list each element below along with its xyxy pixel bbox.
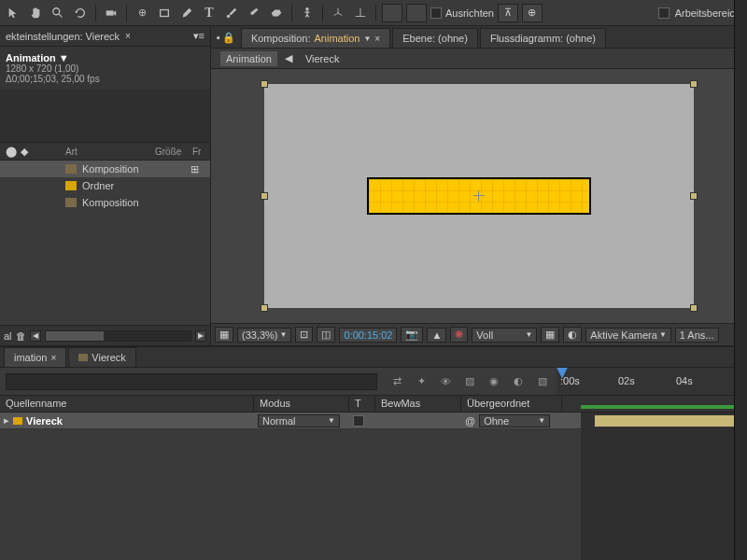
scroll-left-icon[interactable]: ◀ xyxy=(30,330,41,342)
views-dropdown[interactable]: 1 Ans... xyxy=(675,328,719,343)
track-area[interactable] xyxy=(581,413,747,560)
handle-l[interactable] xyxy=(261,192,268,200)
col-parent[interactable]: Übergeordnet xyxy=(461,396,562,412)
selection-tool-icon[interactable] xyxy=(4,4,22,22)
shape-viereck[interactable] xyxy=(367,177,591,215)
timeline-panel: imation× Viereck ⇄ ✦ 👁 ▨ ◉ ◐ ▧ :00s 02s … xyxy=(0,345,747,560)
timecode[interactable]: 0:00:15:02 xyxy=(339,328,397,343)
handle-bl[interactable] xyxy=(261,304,268,312)
guides-icon[interactable]: ▦ xyxy=(541,327,559,343)
zoom-dropdown[interactable]: (33,3%)▼ xyxy=(237,328,291,343)
panel-close-icon[interactable]: × xyxy=(125,31,131,41)
flowchart-icon[interactable]: ⊞ xyxy=(190,163,199,175)
align-checkbox[interactable] xyxy=(430,7,442,19)
col-trkmat[interactable]: BewMas xyxy=(375,396,461,412)
anchor-tool-icon[interactable]: ⊕ xyxy=(133,4,151,22)
timeline-columns-header: Quellenname Modus T BewMas Übergeordnet xyxy=(0,396,747,413)
snap-b-icon[interactable]: ⊕ xyxy=(522,4,543,22)
twirl-icon[interactable]: ▸ xyxy=(4,414,9,427)
col-source[interactable]: Quellenname xyxy=(0,396,254,412)
close-icon[interactable]: × xyxy=(374,34,380,44)
brainstorm-icon[interactable]: ◐ xyxy=(510,373,527,390)
scroll-right-icon[interactable]: ▶ xyxy=(195,330,206,342)
handle-r[interactable] xyxy=(690,192,698,200)
rotate-tool-icon[interactable] xyxy=(71,4,90,22)
camera-tool-icon[interactable] xyxy=(102,4,120,22)
tag-icon[interactable]: ⬤ xyxy=(6,146,17,158)
world-axis-icon[interactable] xyxy=(351,4,370,22)
lock-icon[interactable]: 🔒 xyxy=(222,32,235,44)
resolution-icon[interactable]: ⊡ xyxy=(295,327,313,343)
time-ruler[interactable]: :00s 02s 04s xyxy=(557,368,747,396)
col-size[interactable]: Größe xyxy=(149,147,187,157)
col-t[interactable]: T xyxy=(349,396,375,412)
snap-a-icon[interactable]: ⊼ xyxy=(498,4,518,22)
tab-flowchart[interactable]: Flussdiagramm: (ohne) xyxy=(480,28,606,48)
eraser-tool-icon[interactable] xyxy=(267,4,286,22)
composition-canvas[interactable] xyxy=(264,84,694,308)
comp-mini-flow-icon[interactable]: ⇄ xyxy=(388,373,405,390)
rect-tool-icon[interactable] xyxy=(155,4,174,22)
label-icon[interactable]: ◆ xyxy=(21,146,28,158)
chevron-down-icon[interactable]: ▼ xyxy=(363,35,371,43)
color-mgmt-icon[interactable]: ❋ xyxy=(450,327,468,343)
draft3d-icon[interactable]: ✦ xyxy=(413,373,430,390)
parent-dropdown[interactable]: Ohne▼ xyxy=(479,414,550,427)
close-icon[interactable]: × xyxy=(50,353,56,363)
solid-icon xyxy=(13,417,22,425)
handle-br[interactable] xyxy=(690,304,698,312)
toolbar-box-b[interactable] xyxy=(406,4,427,22)
layer-name[interactable]: Viereck xyxy=(26,415,63,427)
viewer[interactable] xyxy=(211,69,747,323)
pickwhip-icon[interactable]: @ xyxy=(465,415,475,427)
panel-flyout-icon[interactable]: ▾≡ xyxy=(193,30,204,42)
resolution-dropdown[interactable]: Voll▼ xyxy=(472,328,537,343)
hand-tool-icon[interactable] xyxy=(26,4,45,22)
shy-icon[interactable]: 👁 xyxy=(437,373,454,390)
col-mode[interactable]: Modus xyxy=(254,396,349,412)
project-row[interactable]: Komposition xyxy=(0,194,210,211)
col-fr[interactable]: Fr xyxy=(187,147,206,157)
text-tool-icon[interactable]: T xyxy=(200,4,218,22)
tab-layer[interactable]: Ebene: (ohne) xyxy=(392,28,478,48)
project-row[interactable]: Ordner xyxy=(0,177,210,194)
project-panel: ekteinstellungen: Viereck × ▾≡ Animation… xyxy=(0,26,211,345)
timeline-tabs: imation× Viereck xyxy=(0,347,747,368)
graph-editor-icon[interactable]: ▧ xyxy=(534,373,551,390)
timeline-tab[interactable]: imation× xyxy=(4,347,66,367)
trash-icon[interactable]: 🗑 xyxy=(16,330,26,342)
snapshot-icon[interactable]: 📷 xyxy=(401,327,423,343)
workspace-checkbox[interactable] xyxy=(658,7,669,19)
puppet-tool-icon[interactable] xyxy=(298,4,317,22)
blend-mode-dropdown[interactable]: Normal▼ xyxy=(258,414,340,427)
clone-tool-icon[interactable] xyxy=(245,4,263,22)
pen-tool-icon[interactable] xyxy=(177,4,196,22)
breadcrumb-item[interactable]: Animation xyxy=(220,51,277,66)
handle-tl[interactable] xyxy=(261,80,268,88)
tab-composition[interactable]: Komposition: Animation ▼ × xyxy=(241,28,390,48)
camera-dropdown[interactable]: Aktive Kamera▼ xyxy=(585,328,670,343)
layer-bar[interactable] xyxy=(594,414,747,427)
comp-title[interactable]: Animation ▼ xyxy=(6,52,204,63)
local-axis-icon[interactable] xyxy=(329,4,347,22)
zoom-tool-icon[interactable] xyxy=(49,4,67,22)
handle-tr[interactable] xyxy=(690,80,698,88)
h-scrollbar[interactable] xyxy=(45,330,191,342)
trkmat-toggle[interactable] xyxy=(353,415,364,427)
mask-icon[interactable]: ◐ xyxy=(563,327,582,343)
work-area-bar[interactable] xyxy=(581,405,747,409)
grid-toggle-icon[interactable]: ▦ xyxy=(215,327,233,343)
project-row[interactable]: Komposition ⊞ xyxy=(0,161,210,177)
breadcrumb-item[interactable]: Viereck xyxy=(300,51,345,66)
frame-blend-icon[interactable]: ▨ xyxy=(461,373,478,390)
motion-blur-icon[interactable]: ◉ xyxy=(486,373,502,390)
channel-icon[interactable]: ▲ xyxy=(427,328,446,343)
brush-tool-icon[interactable] xyxy=(222,4,241,22)
timeline-search-input[interactable] xyxy=(6,373,377,390)
pin-icon[interactable]: ▪ xyxy=(217,32,220,44)
roi-icon[interactable]: ◫ xyxy=(317,327,335,343)
toolbar-box-a[interactable] xyxy=(382,4,402,22)
col-art[interactable]: Art xyxy=(60,147,149,157)
anchor-point-icon[interactable] xyxy=(473,190,485,202)
timeline-tab[interactable]: Viereck xyxy=(68,347,135,367)
